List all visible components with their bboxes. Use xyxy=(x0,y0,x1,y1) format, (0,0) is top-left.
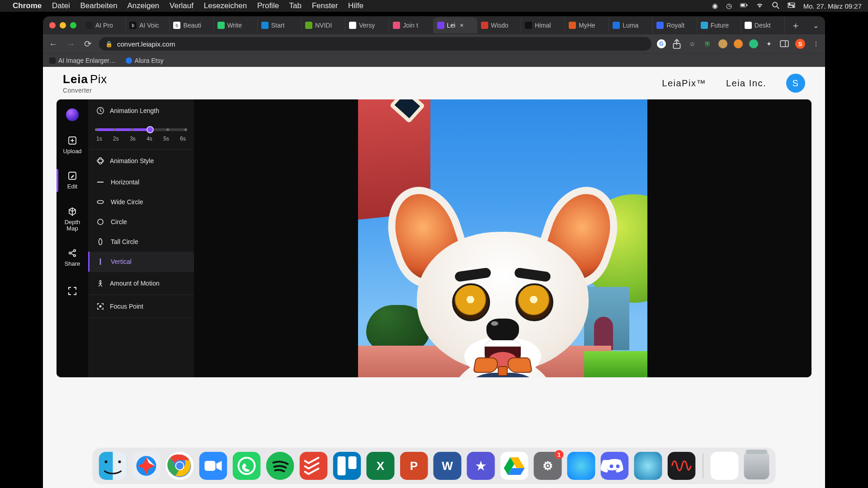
section-focus-point[interactable]: Focus Point xyxy=(88,295,194,318)
profile-avatar[interactable]: S xyxy=(795,39,805,49)
menubar-item[interactable]: Verlauf xyxy=(170,1,193,10)
dock-app-word[interactable]: W xyxy=(434,452,462,480)
dock-app-drive[interactable] xyxy=(500,452,528,480)
tab[interactable]: Future xyxy=(697,17,741,33)
dock-recent-item[interactable] xyxy=(711,452,739,480)
header-link-leiapix[interactable]: LeiaPix™ xyxy=(662,78,706,89)
menubar-item[interactable]: Profile xyxy=(257,1,279,10)
tab[interactable]: MyHe xyxy=(565,17,609,33)
dock-app-trello[interactable] xyxy=(333,452,361,480)
back-button[interactable]: ← xyxy=(47,39,59,49)
stopwatch-icon[interactable]: ◷ xyxy=(726,2,732,10)
menubar-item[interactable]: Anzeigen xyxy=(127,1,159,10)
nav-depth-map[interactable]: Depth Map xyxy=(57,205,88,234)
tab[interactable]: NVIDI xyxy=(302,17,345,33)
tab[interactable]: bBeauti xyxy=(170,17,213,33)
dock-app-settings[interactable]: ⚙1 xyxy=(534,452,562,480)
close-window-button[interactable] xyxy=(49,22,56,28)
bookmark-star-icon[interactable]: ☆ xyxy=(688,39,697,48)
share-icon[interactable] xyxy=(672,39,681,48)
extension-icon-1[interactable] xyxy=(718,39,727,48)
extension-icon-2[interactable] xyxy=(734,39,743,48)
bookmark-item[interactable]: Alura Etsy xyxy=(126,57,164,64)
canvas[interactable] xyxy=(194,99,811,377)
reload-button[interactable]: ⟳ xyxy=(82,38,94,49)
style-option-horizontal[interactable]: Horizontal xyxy=(88,172,194,192)
search-icon[interactable] xyxy=(772,1,779,10)
minimize-window-button[interactable] xyxy=(60,22,66,28)
control-center-icon[interactable] xyxy=(788,1,795,10)
tab[interactable]: Deskt xyxy=(741,17,785,33)
wifi-icon[interactable] xyxy=(756,1,764,10)
tab[interactable]: Versy xyxy=(345,17,389,33)
extension-icon-3[interactable] xyxy=(749,39,758,48)
svg-rect-10 xyxy=(780,41,788,47)
section-animation-style[interactable]: Animation Style xyxy=(88,150,194,172)
dock-app-discord[interactable] xyxy=(601,452,629,480)
extensions-icon[interactable]: ✦ xyxy=(764,39,774,48)
menubar-item[interactable]: Datei xyxy=(52,1,70,10)
dock-app-imovie[interactable]: ★ xyxy=(467,452,495,480)
tab-label: Write xyxy=(227,22,242,29)
tab[interactable]: Join t xyxy=(389,17,433,33)
style-option-tall-circle[interactable]: Tall Circle xyxy=(88,232,194,252)
user-avatar[interactable]: S xyxy=(786,74,805,93)
header-link-leia-inc[interactable]: Leia Inc. xyxy=(726,78,766,89)
tab[interactable]: Royalt xyxy=(653,17,697,33)
forward-button[interactable]: → xyxy=(65,39,76,49)
menubar-item[interactable]: Bearbeiten xyxy=(80,1,117,10)
address-bar[interactable]: 🔒 convert.leiapix.com xyxy=(99,37,651,51)
record-icon[interactable]: ◉ xyxy=(712,2,718,10)
browser-toolbar: ← → ⟳ 🔒 convert.leiapix.com G ☆ ⛨ ✦ S ⋮ xyxy=(43,34,825,53)
nav-edit[interactable]: Edit xyxy=(57,169,88,192)
dock-app-chrome[interactable] xyxy=(166,452,194,480)
dock-app-powerpoint[interactable]: P xyxy=(400,452,428,480)
logo[interactable]: LeiaPix Converter xyxy=(63,72,107,94)
style-option-wide-circle[interactable]: Wide Circle xyxy=(88,192,194,212)
style-option-circle[interactable]: Circle xyxy=(88,212,194,232)
section-animation-length[interactable]: Animation Length xyxy=(88,99,194,122)
section-amount-of-motion[interactable]: Amount of Motion xyxy=(88,272,194,295)
tab[interactable]: Wisdo xyxy=(477,17,521,33)
tab[interactable]: Start xyxy=(258,17,302,33)
tab[interactable]: AI Pro xyxy=(82,17,126,33)
tab[interactable]: Lei× xyxy=(434,17,477,33)
dock-trash[interactable] xyxy=(744,452,769,479)
menubar-item[interactable]: Lesezeichen xyxy=(204,1,247,10)
dock-app-quicktime[interactable] xyxy=(634,452,662,480)
dock-app-zoom[interactable] xyxy=(199,452,227,480)
extension-shield-icon[interactable]: ⛨ xyxy=(703,39,712,48)
dock-app-spotify[interactable] xyxy=(266,452,294,480)
dock-app-safari[interactable] xyxy=(132,452,160,480)
tab[interactable]: bAI Voic xyxy=(126,17,170,33)
side-panel-icon[interactable] xyxy=(780,39,789,48)
dock-app-voice-memos[interactable] xyxy=(668,452,696,480)
menubar-item[interactable]: Hilfe xyxy=(348,1,363,10)
dock-app-siri[interactable] xyxy=(567,452,595,480)
style-option-vertical[interactable]: Vertical xyxy=(88,252,194,272)
maximize-window-button[interactable] xyxy=(70,22,76,28)
menubar-item[interactable]: Fenster xyxy=(312,1,338,10)
menubar-clock[interactable]: Mo. 27. März 09:27 xyxy=(803,2,862,10)
bookmark-item[interactable]: AI Image Enlarger… xyxy=(49,57,116,64)
close-tab-icon[interactable]: × xyxy=(460,22,463,29)
new-tab-button[interactable]: ＋ xyxy=(785,19,807,32)
menubar-app[interactable]: Chrome xyxy=(13,1,42,10)
dock-app-todoist[interactable] xyxy=(300,452,328,480)
nav-share[interactable]: Share xyxy=(57,246,88,269)
tab[interactable]: Write xyxy=(214,17,258,33)
nav-fullscreen[interactable] xyxy=(57,284,88,298)
brand-orb[interactable] xyxy=(66,108,79,121)
tab[interactable]: Luma xyxy=(609,17,653,33)
battery-icon[interactable] xyxy=(740,1,748,10)
menubar-item[interactable]: Tab xyxy=(289,1,302,10)
tab[interactable]: Himal xyxy=(521,17,565,33)
dock-app-whatsapp[interactable] xyxy=(233,452,261,480)
chrome-menu-icon[interactable]: ⋮ xyxy=(811,39,821,48)
all-tabs-button[interactable]: ⌄ xyxy=(807,21,825,30)
nav-upload[interactable]: Upload xyxy=(57,134,88,156)
dock-app-excel[interactable]: X xyxy=(367,452,395,480)
animation-length-slider[interactable] xyxy=(96,128,186,131)
dock-app-finder[interactable] xyxy=(99,452,127,480)
translate-icon[interactable]: G xyxy=(657,39,666,48)
